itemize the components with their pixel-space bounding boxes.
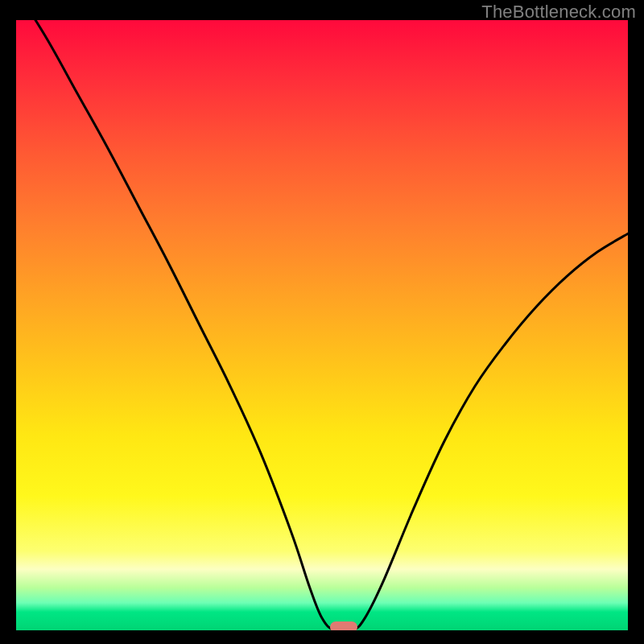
chart-frame: TheBottleneck.com (0, 0, 644, 644)
plot-area (16, 20, 628, 630)
watermark-text: TheBottleneck.com (481, 2, 636, 23)
bottleneck-curve (16, 20, 628, 630)
optimum-marker (330, 621, 357, 630)
curve-path (16, 20, 628, 630)
